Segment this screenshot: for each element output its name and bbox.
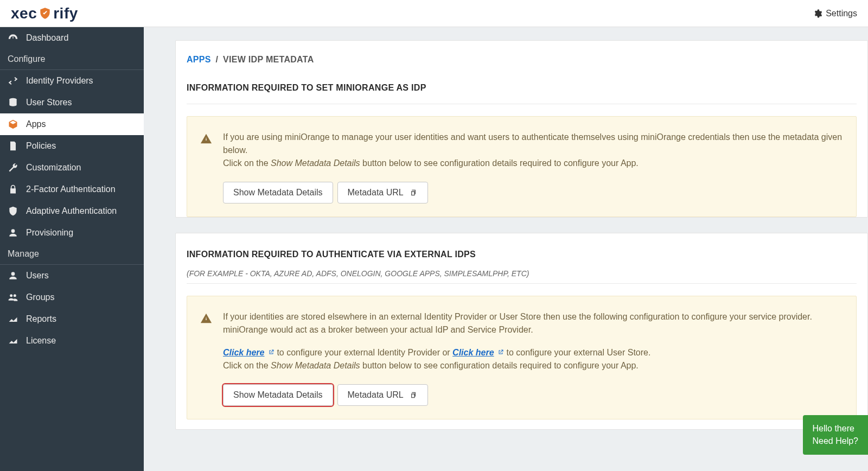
chart-icon [8,335,18,346]
button-label: Metadata URL [348,390,404,400]
logo-text-left: xec [11,5,37,22]
sidebar-item-identity-providers[interactable]: Identity Providers [0,70,144,92]
breadcrumb-panel: APPS / VIEW IDP METADATA INFORMATION REQ… [175,40,868,218]
sidebar-label: Adaptive Authentication [26,206,117,216]
section-label: Configure [8,54,45,63]
sidebar-item-dashboard[interactable]: Dashboard [0,27,144,49]
settings-label: Settings [826,9,857,18]
alert-line1: If you are using miniOrange to manage yo… [223,131,843,157]
alert-body: If your identities are stored elsewhere … [223,310,843,406]
help-line2: Need Help? [813,435,859,447]
help-widget[interactable]: Hello there Need Help? [803,415,869,455]
button-row: Show Metadata Details Metadata URL [223,182,843,203]
panel1-heading: INFORMATION REQUIRED TO SET MINIORANGE A… [176,75,867,100]
sidebar-label: Policies [26,141,56,151]
sidebar-item-user-stores[interactable]: User Stores [0,92,144,113]
panel2-heading: INFORMATION REQUIRED TO AUTHENTICATE VIA… [176,233,867,267]
button-row: Show Metadata Details Metadata URL [223,384,843,406]
panel2: INFORMATION REQUIRED TO AUTHENTICATE VIA… [175,233,868,430]
sidebar-section-configure: Configure [0,49,144,70]
alert-body: If you are using miniOrange to manage yo… [223,131,843,203]
sidebar-label: Identity Providers [26,76,93,86]
panel1-alert: If you are using miniOrange to manage yo… [187,116,857,217]
shield-check-icon [38,7,52,21]
sidebar-item-2fa[interactable]: 2-Factor Authentication [0,179,144,200]
settings-link[interactable]: Settings [813,9,857,18]
gauge-icon [8,33,18,43]
show-metadata-details-button[interactable]: Show Metadata Details [223,182,333,203]
breadcrumb-separator: / [216,55,219,64]
document-icon [8,141,18,151]
sidebar-label: Provisioning [26,228,73,238]
breadcrumb-apps-link[interactable]: APPS [187,55,211,64]
sidebar-item-customization[interactable]: Customization [0,157,144,179]
lock-icon [8,184,18,195]
metadata-url-button[interactable]: Metadata URL [337,384,428,406]
external-link-icon [497,348,506,357]
user-icon [8,227,18,238]
logo-text-right: rify [53,5,78,22]
logo: xec rify [11,5,78,22]
main-content: APPS / VIEW IDP METADATA INFORMATION REQ… [144,27,868,471]
alert-line2: Click on the Show Metadata Details butto… [223,157,843,170]
user-icon [8,270,18,281]
sidebar: Dashboard Configure Identity Providers U… [0,27,144,471]
sidebar-section-manage: Manage [0,244,144,265]
alert-links-line: Click here to configure your external Id… [223,346,843,359]
section-label: Manage [8,249,39,258]
text: to configure your external User Store. [507,348,651,357]
warning-icon [200,313,212,324]
breadcrumb-current: VIEW IDP METADATA [223,55,314,64]
button-label: Metadata URL [348,188,404,198]
sidebar-label: Apps [26,119,46,129]
text: button below to see configuration detail… [360,158,639,168]
sidebar-item-reports[interactable]: Reports [0,308,144,330]
click-here-link-idp[interactable]: Click here [223,348,264,357]
copy-icon [409,188,418,197]
wrench-icon [8,162,18,173]
divider [187,283,857,284]
sidebar-item-adaptive-auth[interactable]: Adaptive Authentication [0,200,144,222]
sidebar-label: Reports [26,314,56,324]
text-em: Show Metadata Details [271,361,360,370]
panel2-alert: If your identities are stored elsewhere … [187,296,857,419]
users-icon [8,292,18,303]
sidebar-label: 2-Factor Authentication [26,184,116,194]
help-line1: Hello there [813,423,859,435]
text-em: Show Metadata Details [271,158,360,168]
show-metadata-details-button-highlighted[interactable]: Show Metadata Details [223,384,333,406]
sidebar-label: License [26,336,56,346]
sidebar-item-groups[interactable]: Groups [0,287,144,308]
sidebar-item-policies[interactable]: Policies [0,135,144,157]
copy-icon [409,391,418,399]
text: Click on the [223,361,271,370]
alert-line3: Click on the Show Metadata Details butto… [223,359,843,372]
warning-icon [200,133,212,145]
external-link-icon [268,348,277,357]
panel2-subheading: (FOR EXAMPLE - OKTA, AZURE AD, ADFS, ONE… [176,267,867,278]
cube-icon [8,119,18,130]
gear-icon [813,9,822,18]
text: button below to see configuration detail… [360,361,639,370]
topbar: xec rify Settings [0,0,868,27]
chart-icon [8,314,18,324]
sidebar-label: Users [26,271,49,281]
sidebar-item-apps[interactable]: Apps [0,113,144,135]
database-icon [8,97,18,108]
sidebar-label: User Stores [26,98,72,107]
metadata-url-button[interactable]: Metadata URL [337,182,428,203]
breadcrumb: APPS / VIEW IDP METADATA [176,41,867,75]
sidebar-item-provisioning[interactable]: Provisioning [0,222,144,244]
alert-p1: If your identities are stored elsewhere … [223,310,843,336]
sidebar-label: Groups [26,292,54,302]
sidebar-item-users[interactable]: Users [0,265,144,287]
arrows-horizontal-icon [8,75,18,86]
sidebar-item-license[interactable]: License [0,330,144,352]
shield-icon [8,206,18,217]
sidebar-label: Dashboard [26,33,68,43]
divider [187,104,857,104]
text: to configure your external Identity Prov… [277,348,452,357]
text: Click on the [223,158,271,168]
sidebar-label: Customization [26,163,81,173]
click-here-link-userstore[interactable]: Click here [452,348,494,357]
